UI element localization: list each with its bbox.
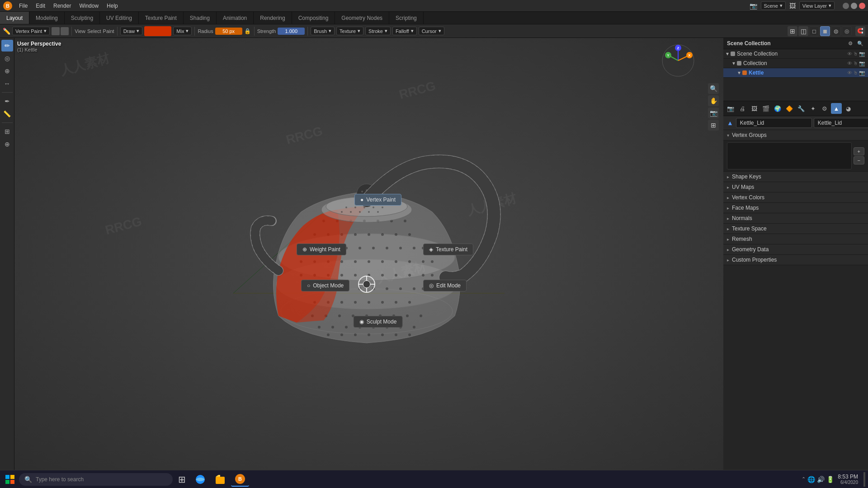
- normals-section[interactable]: ▸ Normals: [723, 213, 868, 224]
- uv-maps-section[interactable]: ▸ UV Maps: [723, 182, 868, 192]
- scene-dropdown[interactable]: Scene ▾: [761, 1, 786, 10]
- vertex-groups-section[interactable]: ▾ Vertex Groups: [723, 130, 868, 141]
- start-button[interactable]: [3, 472, 17, 487]
- brush-dropdown[interactable]: Brush ▾: [311, 27, 335, 35]
- tray-speaker[interactable]: 🔊: [817, 476, 825, 483]
- prop-tab-physics[interactable]: ⚙: [819, 103, 830, 114]
- viewport[interactable]: 人人素材 RRCG RRCG 人人素材 RRCG 人人素材 User Persp…: [14, 38, 723, 476]
- tab-layout[interactable]: Layout: [0, 12, 29, 24]
- vertex-paint-mode[interactable]: Vertex Paint ▾: [12, 27, 50, 35]
- grid-btn[interactable]: ⊞: [708, 120, 719, 131]
- pie-weight-paint[interactable]: ⊕ Weight Paint: [297, 244, 346, 255]
- zoom-in-btn[interactable]: 🔍: [708, 83, 719, 94]
- rendered-shading[interactable]: ◎: [842, 26, 852, 36]
- outliner-collection[interactable]: ▾ Collection 👁 🖱 📷: [723, 59, 868, 68]
- tab-compositing[interactable]: Compositing: [292, 12, 335, 24]
- mesh-name-input[interactable]: [814, 118, 868, 128]
- tab-scripting[interactable]: Scripting: [389, 12, 424, 24]
- menu-file[interactable]: File: [15, 2, 31, 10]
- prop-tab-world[interactable]: 🌍: [772, 103, 783, 114]
- pie-object-mode[interactable]: ○ Object Mode: [301, 280, 349, 291]
- outliner-kettle[interactable]: ▾ Kettle 👁 🖱 📷: [723, 68, 868, 78]
- minimize-btn[interactable]: [843, 3, 849, 9]
- prop-tab-object[interactable]: 🔶: [784, 103, 795, 114]
- tab-rendering[interactable]: Rendering: [254, 12, 292, 24]
- snap-btn[interactable]: 🧲: [855, 26, 865, 36]
- camera-view-btn[interactable]: 📷: [708, 108, 719, 118]
- object-name-input[interactable]: [736, 118, 812, 128]
- pie-texture-paint[interactable]: ◈ Texture Paint: [423, 244, 473, 255]
- prop-tab-modifier[interactable]: 🔧: [796, 103, 807, 114]
- view-layer-dropdown[interactable]: View Layer ▾: [799, 1, 835, 10]
- outliner-scene-collection[interactable]: ▾ Scene Collection 👁 🖱 📷: [723, 49, 868, 59]
- browser-btn[interactable]: [191, 472, 209, 487]
- wireframe-shading[interactable]: ◻: [809, 26, 819, 36]
- remesh-section[interactable]: ▸ Remesh: [723, 234, 868, 244]
- file-explorer-btn[interactable]: [211, 472, 229, 487]
- vertex-colors-section[interactable]: ▸ Vertex Colors: [723, 192, 868, 203]
- tool-annotate[interactable]: ✒: [1, 95, 13, 107]
- tab-texture-paint[interactable]: Texture Paint: [139, 12, 184, 24]
- shape-keys-section[interactable]: ▸ Shape Keys: [723, 172, 868, 182]
- app-logo[interactable]: B: [3, 1, 13, 11]
- pie-sculpt-mode[interactable]: ◉ Sculpt Mode: [354, 316, 403, 328]
- custom-properties-section[interactable]: ▸ Custom Properties: [723, 255, 868, 265]
- tool-draw[interactable]: ✏: [1, 40, 13, 52]
- prop-tab-output[interactable]: 🖨: [737, 103, 748, 114]
- show-desktop-btn[interactable]: [863, 472, 865, 487]
- geometry-data-section[interactable]: ▸ Geometry Data: [723, 244, 868, 255]
- menu-edit[interactable]: Edit: [32, 2, 49, 10]
- prop-tab-scene[interactable]: 🎬: [760, 103, 771, 114]
- stroke-dropdown[interactable]: Stroke ▾: [365, 27, 391, 35]
- overlay-options[interactable]: ⊞: [788, 26, 797, 36]
- nav-gizmo[interactable]: Z X Y: [660, 42, 696, 79]
- tool-transform[interactable]: ⊞: [1, 126, 13, 137]
- menu-render[interactable]: Render: [50, 2, 75, 10]
- tab-modeling[interactable]: Modeling: [29, 12, 65, 24]
- xray-mode[interactable]: ◫: [798, 26, 808, 36]
- pan-btn[interactable]: ✋: [708, 95, 719, 106]
- prop-tab-view-layer[interactable]: 🖼: [749, 103, 760, 114]
- texture-dropdown[interactable]: Texture ▾: [336, 27, 363, 35]
- tab-sculpting[interactable]: Sculpting: [65, 12, 100, 24]
- tab-animation[interactable]: Animation: [217, 12, 254, 24]
- prop-tab-render[interactable]: 📷: [725, 103, 736, 114]
- pie-edit-mode[interactable]: ◎ Edit Mode: [423, 280, 467, 291]
- tool-blur[interactable]: ◎: [1, 52, 13, 64]
- system-clock[interactable]: 8:53 PM 6/4/2020: [838, 474, 858, 485]
- falloff-dropdown[interactable]: Falloff ▾: [392, 27, 417, 35]
- radius-value[interactable]: 50 px: [215, 28, 242, 35]
- tab-shading[interactable]: Shading: [184, 12, 217, 24]
- prop-tab-particles[interactable]: ✦: [807, 103, 818, 114]
- maximize-btn[interactable]: [851, 3, 857, 9]
- menu-window[interactable]: Window: [75, 2, 102, 10]
- tool-cursor[interactable]: ⊕: [1, 138, 13, 150]
- outliner-filter[interactable]: ⚙: [846, 39, 854, 47]
- cursor-dropdown[interactable]: Cursor ▾: [419, 27, 444, 35]
- tool-average[interactable]: ⊕: [1, 65, 13, 77]
- tool-smear[interactable]: ↔: [1, 78, 13, 89]
- blender-taskbar-btn[interactable]: B: [231, 472, 249, 487]
- tray-up-arrow[interactable]: ⌃: [802, 476, 806, 482]
- menu-help[interactable]: Help: [103, 2, 122, 10]
- prop-tab-material[interactable]: ◕: [843, 103, 854, 114]
- brush-type-dropdown[interactable]: Draw ▾: [120, 27, 143, 35]
- tab-uv-editing[interactable]: UV Editing: [100, 12, 139, 24]
- strength-value[interactable]: 1.000: [278, 28, 305, 35]
- color-swatch[interactable]: [144, 26, 171, 36]
- vertex-group-remove[interactable]: −: [854, 156, 864, 164]
- tool-measure[interactable]: 📏: [1, 108, 13, 120]
- outliner-search[interactable]: 🔍: [856, 39, 864, 47]
- prop-tab-object-data[interactable]: ▲: [831, 103, 842, 114]
- face-maps-section[interactable]: ▸ Face Maps: [723, 203, 868, 213]
- tray-network[interactable]: 🌐: [807, 476, 815, 483]
- task-view-btn[interactable]: ⊞: [175, 472, 189, 487]
- close-btn[interactable]: [859, 3, 865, 9]
- material-shading[interactable]: ◍: [831, 26, 841, 36]
- tab-geometry-nodes[interactable]: Geometry Nodes: [335, 12, 389, 24]
- mode-icon-2[interactable]: [61, 27, 69, 35]
- radius-lock[interactable]: 🔒: [244, 28, 251, 35]
- solid-shading[interactable]: ◼: [820, 26, 830, 36]
- pie-vertex-paint[interactable]: ● Vertex Paint: [354, 194, 401, 206]
- taskbar-search[interactable]: 🔍 Type here to search: [19, 473, 173, 486]
